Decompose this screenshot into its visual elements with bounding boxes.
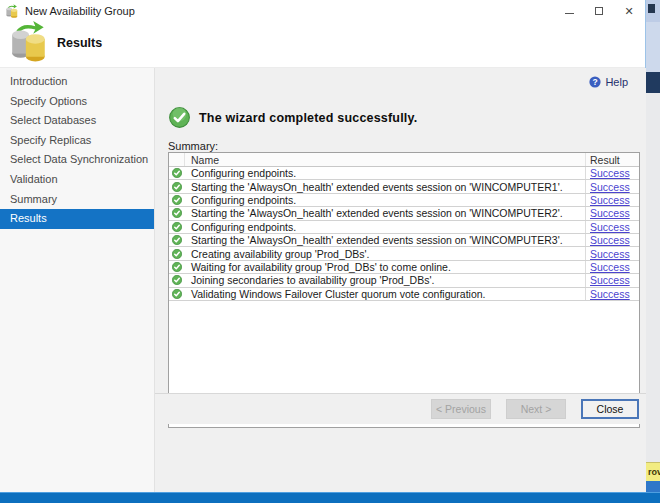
new-availability-group-dialog: New Availability Group ✕ Results Introdu… xyxy=(0,0,646,492)
row-status-icon-cell xyxy=(169,288,185,300)
background-fragment-dark xyxy=(646,72,660,93)
row-status-icon-cell xyxy=(169,234,185,246)
titlebar[interactable]: New Availability Group ✕ xyxy=(0,0,645,22)
status-row: The wizard completed successfully. xyxy=(169,107,417,128)
row-name: Configuring endpoints. xyxy=(185,221,585,233)
row-result-cell: Success xyxy=(585,221,639,233)
row-status-icon-cell xyxy=(169,221,185,233)
sidebar-item-validation[interactable]: Validation xyxy=(0,170,154,190)
help-label: Help xyxy=(605,76,628,88)
sidebar-item-select-data-synchronization[interactable]: Select Data Synchronization xyxy=(0,150,154,170)
row-result-cell: Success xyxy=(585,194,639,206)
page-title: Results xyxy=(57,36,102,50)
success-check-icon xyxy=(172,168,182,178)
close-button[interactable]: Close xyxy=(581,399,639,419)
sidebar-item-results[interactable]: Results xyxy=(0,209,154,229)
row-result-cell: Success xyxy=(585,167,639,179)
sidebar-item-specify-replicas[interactable]: Specify Replicas xyxy=(0,131,154,151)
table-row: Starting the 'AlwaysOn_health' extended … xyxy=(169,180,639,193)
sidebar-item-summary[interactable]: Summary xyxy=(0,190,154,210)
background-fragment xyxy=(646,93,660,462)
success-check-icon xyxy=(172,222,182,232)
screen: rov New Availability Group ✕ xyxy=(0,0,660,503)
availability-group-icon-large xyxy=(8,20,50,62)
close-window-button[interactable]: ✕ xyxy=(614,0,644,22)
background-partial-text: rov xyxy=(648,467,660,477)
table-row: Joining secondaries to availability grou… xyxy=(169,274,639,287)
minimize-button[interactable] xyxy=(554,0,584,22)
row-name: Starting the 'AlwaysOn_health' extended … xyxy=(185,207,585,219)
table-row: Waiting for availability group 'Prod_DBs… xyxy=(169,261,639,274)
sidebar-item-specify-options[interactable]: Specify Options xyxy=(0,92,154,112)
row-result-cell: Success xyxy=(585,234,639,246)
wizard-header: Results xyxy=(0,22,645,68)
row-result-cell: Success xyxy=(585,207,639,219)
success-check-icon xyxy=(172,262,182,272)
success-check-icon xyxy=(172,275,182,285)
wizard-steps-sidebar: IntroductionSpecify OptionsSelect Databa… xyxy=(0,68,155,492)
window-title: New Availability Group xyxy=(25,5,135,17)
success-link[interactable]: Success xyxy=(590,234,630,246)
success-check-icon xyxy=(172,249,182,259)
table-row: Starting the 'AlwaysOn_health' extended … xyxy=(169,207,639,220)
background-highlighted-cell: rov xyxy=(646,462,660,481)
row-result-cell: Success xyxy=(585,180,639,192)
summary-label: Summary: xyxy=(168,140,218,152)
column-header-result: Result xyxy=(585,153,639,166)
summary-table-body: Configuring endpoints.SuccessStarting th… xyxy=(169,167,639,301)
previous-button[interactable]: < Previous xyxy=(431,399,491,419)
background-fragment xyxy=(646,22,660,72)
success-link[interactable]: Success xyxy=(590,221,630,233)
next-button[interactable]: Next > xyxy=(506,399,566,419)
row-name: Waiting for availability group 'Prod_DBs… xyxy=(185,261,585,273)
success-link[interactable]: Success xyxy=(590,261,630,273)
row-name: Starting the 'AlwaysOn_health' extended … xyxy=(185,180,585,192)
success-link[interactable]: Success xyxy=(590,167,630,179)
row-result-cell: Success xyxy=(585,288,639,300)
success-link[interactable]: Success xyxy=(590,207,630,219)
table-row: Configuring endpoints.Success xyxy=(169,221,639,234)
svg-text:?: ? xyxy=(593,77,598,87)
success-check-icon xyxy=(172,208,182,218)
background-window-icon xyxy=(648,4,655,13)
row-name: Validating Windows Failover Cluster quor… xyxy=(185,288,585,300)
sidebar-item-introduction[interactable]: Introduction xyxy=(0,72,154,92)
table-row: Configuring endpoints.Success xyxy=(169,194,639,207)
row-status-icon-cell xyxy=(169,194,185,206)
success-link[interactable]: Success xyxy=(590,194,630,206)
help-icon: ? xyxy=(589,76,601,88)
button-bar: < Previous Next > Close xyxy=(155,393,646,424)
row-result-cell: Success xyxy=(585,261,639,273)
maximize-button[interactable] xyxy=(584,0,614,22)
success-link[interactable]: Success xyxy=(590,274,630,286)
success-check-icon xyxy=(172,195,182,205)
header-icon-column xyxy=(169,153,185,166)
window-controls: ✕ xyxy=(554,0,644,22)
table-row: Creating availability group 'Prod_DBs'.S… xyxy=(169,247,639,260)
success-link[interactable]: Success xyxy=(590,181,630,193)
success-check-icon-large xyxy=(169,107,190,128)
row-result-cell: Success xyxy=(585,247,639,259)
help-link[interactable]: ? Help xyxy=(589,76,628,88)
taskbar[interactable] xyxy=(0,492,660,503)
row-name: Joining secondaries to availability grou… xyxy=(185,274,585,286)
results-content: ? Help The wizard completed successfully… xyxy=(155,68,646,492)
table-row: Starting the 'AlwaysOn_health' extended … xyxy=(169,234,639,247)
status-message: The wizard completed successfully. xyxy=(199,111,417,125)
success-link[interactable]: Success xyxy=(590,288,630,300)
maximize-icon xyxy=(595,7,603,15)
row-name: Configuring endpoints. xyxy=(185,194,585,206)
row-name: Creating availability group 'Prod_DBs'. xyxy=(185,247,585,259)
background-fragment-blue xyxy=(646,481,660,492)
row-status-icon-cell xyxy=(169,274,185,286)
table-row: Configuring endpoints.Success xyxy=(169,167,639,180)
table-row: Validating Windows Failover Cluster quor… xyxy=(169,288,639,301)
row-status-icon-cell xyxy=(169,167,185,179)
sidebar-item-select-databases[interactable]: Select Databases xyxy=(0,111,154,131)
row-status-icon-cell xyxy=(169,180,185,192)
availability-group-icon xyxy=(5,4,19,18)
row-result-cell: Success xyxy=(585,274,639,286)
row-status-icon-cell xyxy=(169,247,185,259)
success-link[interactable]: Success xyxy=(590,248,630,260)
success-check-icon xyxy=(172,235,182,245)
